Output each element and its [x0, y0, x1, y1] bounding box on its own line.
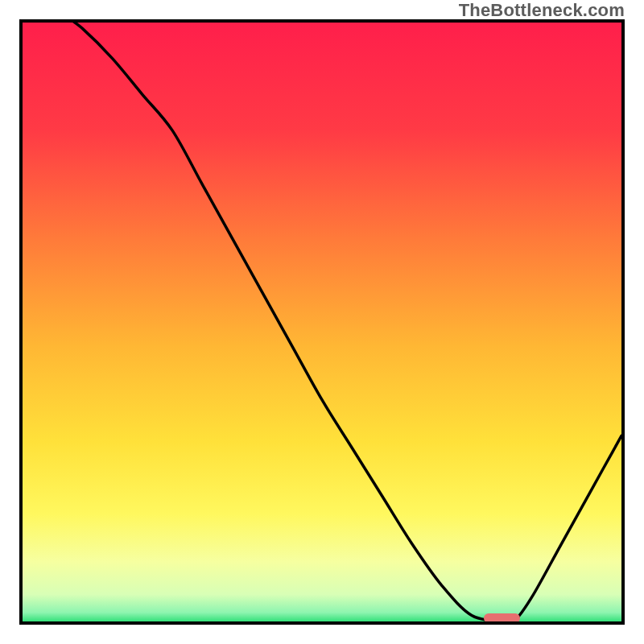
curve-layer [23, 23, 621, 621]
bottleneck-curve [23, 23, 621, 621]
plot-area [19, 19, 625, 625]
watermark-text: TheBottleneck.com [459, 0, 625, 21]
chart-frame: TheBottleneck.com [0, 0, 644, 644]
optimal-marker [484, 613, 520, 623]
